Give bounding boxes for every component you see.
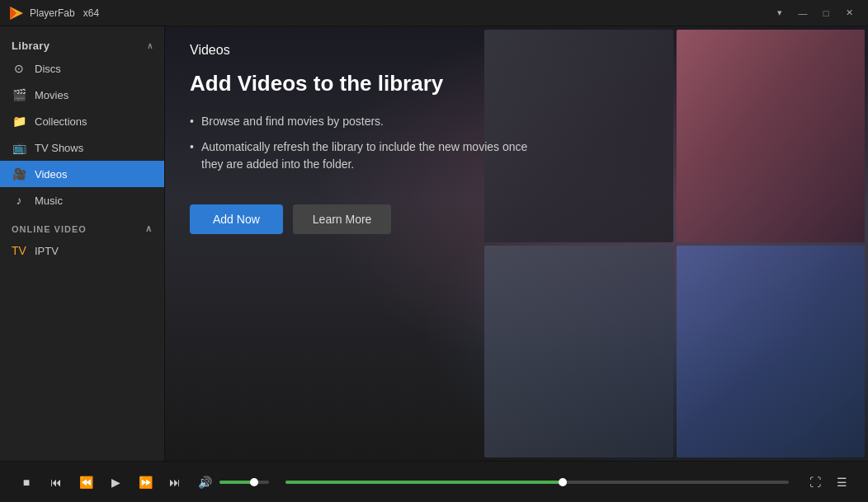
volume-control: 🔊 (195, 472, 269, 492)
sidebar-item-videos[interactable]: 🎥 Videos (0, 161, 164, 187)
sidebar-item-collections[interactable]: 📁 Collections (0, 108, 164, 134)
next-track-button[interactable]: ⏭ (165, 472, 185, 492)
player-bar: ■ ⏮ ⏪ ▶ ⏩ ⏭ 🔊 ⛶ ☰ (0, 461, 868, 502)
maximize-btn[interactable]: □ (815, 4, 837, 22)
sidebar-item-videos-label: Videos (35, 168, 68, 181)
online-section-header: ONLINE VIDEO ∧ (0, 213, 164, 237)
minimize-btn[interactable]: — (792, 4, 814, 22)
sidebar-item-collections-label: Collections (35, 115, 87, 128)
learn-more-button[interactable]: Learn More (293, 204, 392, 234)
video-icon: 🎥 (12, 167, 26, 181)
close-btn[interactable]: ✕ (838, 4, 860, 22)
progress-bar[interactable] (285, 481, 789, 484)
iptv-icon: TV (12, 243, 26, 258)
app-name: PlayerFab (30, 7, 75, 19)
sidebar: Library ∧ ⊙ Discs 🎬 Movies 📁 Collections… (0, 26, 165, 461)
volume-bar[interactable] (219, 481, 269, 484)
online-label: ONLINE VIDEO (12, 224, 87, 234)
titlebar: PlayerFab x64 ▾ — □ ✕ (0, 0, 868, 26)
button-group: Add Now Learn More (190, 204, 843, 234)
app-logo: PlayerFab x64 (8, 5, 99, 21)
prev-track-button[interactable]: ⏮ (46, 472, 66, 492)
content-area: Videos Add Videos to the library Browse … (165, 26, 868, 461)
online-chevron[interactable]: ∧ (145, 223, 153, 234)
sidebar-item-discs[interactable]: ⊙ Discs (0, 55, 164, 82)
music-icon: ♪ (12, 193, 26, 208)
feature-item-2: Automatically refresh the library to inc… (190, 138, 536, 173)
tv-icon: 📺 (12, 140, 26, 155)
page-title: Videos (190, 43, 843, 58)
section-title: Add Videos to the library (190, 71, 843, 96)
stop-button[interactable]: ■ (17, 472, 36, 492)
progress-fill (285, 481, 563, 484)
content-panel: Videos Add Videos to the library Browse … (165, 26, 868, 461)
main-layout: Library ∧ ⊙ Discs 🎬 Movies 📁 Collections… (0, 26, 868, 461)
volume-fill (219, 481, 254, 484)
rewind-button[interactable]: ⏪ (76, 472, 96, 492)
dropdown-btn[interactable]: ▾ (769, 4, 790, 22)
volume-thumb (250, 478, 258, 486)
sidebar-item-iptv-label: IPTV (35, 245, 59, 257)
progress-thumb (559, 478, 567, 486)
fullscreen-button[interactable]: ⛶ (805, 472, 825, 492)
sidebar-item-music[interactable]: ♪ Music (0, 187, 164, 213)
volume-button[interactable]: 🔊 (195, 472, 215, 492)
play-button[interactable]: ▶ (106, 472, 125, 492)
window-controls: ▾ — □ ✕ (769, 4, 860, 22)
collection-icon: 📁 (12, 114, 26, 129)
movie-icon: 🎬 (12, 87, 26, 102)
library-label: Library (12, 40, 50, 52)
library-section-header: Library ∧ (0, 33, 164, 55)
sidebar-item-music-label: Music (35, 195, 63, 207)
forward-button[interactable]: ⏩ (135, 472, 155, 492)
feature-item-1: Browse and find movies by posters. (190, 113, 536, 130)
sidebar-item-iptv[interactable]: TV IPTV (0, 237, 164, 264)
player-right-buttons: ⛶ ☰ (805, 472, 851, 492)
sidebar-item-tvshows-label: TV Shows (35, 142, 83, 154)
sidebar-item-tvshows[interactable]: 📺 TV Shows (0, 134, 164, 161)
app-version: x64 (83, 7, 99, 19)
sidebar-item-movies[interactable]: 🎬 Movies (0, 82, 164, 108)
add-now-button[interactable]: Add Now (190, 204, 283, 234)
sidebar-item-discs-label: Discs (35, 63, 61, 75)
playlist-button[interactable]: ☰ (832, 472, 851, 492)
sidebar-item-movies-label: Movies (35, 89, 68, 101)
feature-list: Browse and find movies by posters. Autom… (190, 113, 536, 181)
disc-icon: ⊙ (12, 61, 26, 76)
logo-icon (8, 5, 25, 21)
library-chevron[interactable]: ∧ (147, 41, 153, 50)
